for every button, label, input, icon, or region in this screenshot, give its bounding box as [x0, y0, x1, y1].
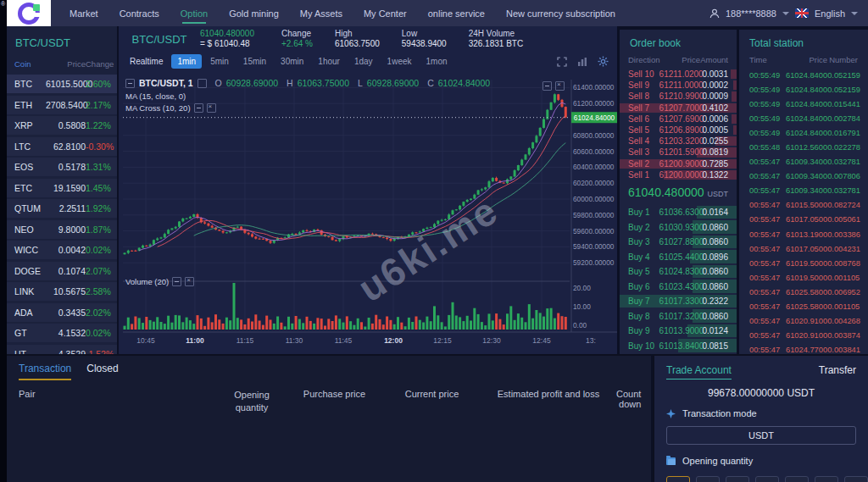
watchlist-row-ada[interactable]: ADA0.34352.02%	[7, 303, 117, 322]
nav-item-my-assets[interactable]: My Assets	[300, 1, 342, 26]
trade-row[interactable]: 00:55:4761009.34000.007806	[739, 169, 868, 184]
volume-close-icon[interactable]	[185, 277, 194, 286]
trade-row[interactable]: 00:55:4761017.05000.005061	[739, 213, 868, 227]
quantity-preset-button[interactable]	[726, 476, 749, 482]
snapshot-icon[interactable]	[198, 79, 207, 88]
timeframe-1week[interactable]: 1week	[381, 54, 418, 69]
watchlist-row-qtum[interactable]: QTUM2.25111.92%	[7, 199, 117, 218]
nav-item-online-service[interactable]: online service	[428, 1, 485, 26]
pane-close-icon[interactable]	[555, 81, 565, 91]
pane-maximize-icon[interactable]	[542, 81, 552, 91]
quantity-preset-button[interactable]	[815, 476, 838, 482]
quantity-preset-button[interactable]	[844, 476, 868, 482]
nav-item-new-currency-subscription[interactable]: New currency subscription	[506, 1, 615, 26]
quantity-preset-button[interactable]	[785, 476, 809, 482]
trade-row[interactable]: 00:55:4961024.84000.052159	[739, 82, 868, 97]
nav-item-contracts[interactable]: Contracts	[120, 1, 159, 26]
quantity-preset-button[interactable]	[666, 476, 690, 482]
watchlist-row-ltc[interactable]: LTC62.8100-0.30%	[7, 137, 117, 156]
order-book-row-buy-8[interactable]: Buy 861017.32000.0860	[620, 308, 737, 324]
timeframe-1hour[interactable]: 1hour	[312, 54, 346, 69]
timeframe-5min[interactable]: 5min	[204, 54, 235, 69]
timeframe-15min[interactable]: 15min	[237, 54, 272, 69]
order-book-row-buy-3[interactable]: Buy 361027.88000.0860	[620, 235, 737, 250]
order-book-row-buy-10[interactable]: Buy 1061013.84000.0815	[620, 338, 737, 353]
timeframe-30min[interactable]: 30min	[275, 54, 309, 69]
volume-settings-icon[interactable]	[172, 277, 181, 286]
indicator-icon[interactable]	[577, 57, 587, 67]
user-menu-caret-icon[interactable]	[782, 12, 789, 15]
order-book-row-sell-3[interactable]: Sell 361201.59000.0819	[620, 147, 737, 158]
order-book-row-buy-1[interactable]: Buy 161036.63000.0164	[620, 205, 737, 220]
order-book-row-sell-2[interactable]: Sell 261200.90000.7285	[620, 158, 737, 169]
gear-icon[interactable]	[598, 56, 609, 67]
timeframe-realtime[interactable]: Realtime	[124, 54, 169, 69]
nav-item-my-center[interactable]: My Center	[364, 1, 407, 26]
transfer-link[interactable]: Transfer	[819, 364, 856, 376]
trade-row[interactable]: 00:55:4761025.58000.006952	[739, 285, 868, 299]
watchlist-row-eos[interactable]: EOS0.51781.31%	[7, 158, 117, 176]
watchlist-row-btc[interactable]: BTC61015.50002.60%	[7, 75, 117, 93]
chart-plot-area[interactable]: 61024.8400061400.0000061200.0000060800.0…	[119, 71, 617, 354]
order-book-row-buy-4[interactable]: Buy 461025.44000.0896	[620, 249, 737, 264]
watchlist-row-doge[interactable]: DOGE0.10742.07%	[7, 262, 117, 280]
order-book-row-sell-10[interactable]: Sell 1061211.02000.0031	[620, 69, 737, 80]
order-book-row-sell-1[interactable]: Sell 161200.00000.1322	[620, 169, 737, 180]
watchlist-row-gt[interactable]: GT4.15320.02%	[7, 324, 117, 342]
trade-row[interactable]: 00:55:4761009.34000.032781	[739, 155, 868, 169]
timeframe-1mon[interactable]: 1mon	[420, 54, 453, 69]
trade-row[interactable]: 00:55:4761009.34000.032781	[739, 184, 868, 198]
ma-settings-icon[interactable]	[194, 103, 203, 113]
nav-item-gold-mining[interactable]: Gold mining	[229, 1, 279, 26]
order-book-row-sell-6[interactable]: Sell 661207.69000.0006	[620, 114, 737, 125]
trade-row[interactable]: 00:55:4961024.84000.015441	[739, 97, 868, 111]
mode-select[interactable]: USDT	[666, 426, 856, 445]
tab-transaction[interactable]: Transaction	[19, 363, 71, 380]
watchlist-row-xrp[interactable]: XRP0.58081.22%	[7, 116, 117, 135]
trade-row[interactable]: 00:55:4761025.58000.001105	[739, 300, 868, 314]
order-book-row-buy-9[interactable]: Buy 961013.90000.0124	[620, 324, 737, 339]
ma-close-icon[interactable]	[207, 103, 216, 113]
brand-logo[interactable]	[7, 0, 51, 26]
order-book-row-sell-8[interactable]: Sell 861210.99000.0009	[620, 91, 737, 102]
trade-row[interactable]: 00:55:4761020.91000.003874	[739, 329, 868, 343]
order-book-row-sell-4[interactable]: Sell 461203.32000.0255	[620, 136, 737, 147]
watchlist-header-coin[interactable]: Coin	[14, 59, 46, 69]
quantity-preset-button[interactable]	[755, 476, 779, 482]
watchlist-row-neo[interactable]: NEO9.80001.87%	[7, 220, 117, 239]
watchlist-row-etc[interactable]: ETC19.15901.45%	[7, 179, 117, 197]
trade-row[interactable]: 00:55:4961024.84000.016791	[739, 125, 868, 140]
watchlist-header-price[interactable]: Price	[46, 59, 86, 69]
trade-row[interactable]: 00:55:4761015.50000.082724	[739, 198, 868, 213]
trade-row[interactable]: 00:55:4761020.91000.004268	[739, 314, 868, 329]
order-book-row-buy-2[interactable]: Buy 261030.93000.0860	[620, 219, 737, 235]
trade-row[interactable]: 00:55:4761024.77000.003841	[739, 343, 868, 354]
watchlist-row-link[interactable]: LINK10.56752.58%	[7, 282, 117, 301]
watchlist-row-ht[interactable]: HT4.3529-1.52%	[7, 345, 117, 355]
fullscreen-icon[interactable]	[557, 57, 567, 67]
watchlist-header-change[interactable]: Change	[86, 59, 109, 69]
nav-item-market[interactable]: Market	[70, 1, 98, 26]
order-book-row-sell-7[interactable]: Sell 761207.70000.4102	[620, 102, 737, 114]
trade-row[interactable]: 00:55:4761017.05000.004231	[739, 241, 868, 256]
collapse-icon[interactable]	[125, 79, 135, 88]
order-book-row-buy-5[interactable]: Buy 561024.83000.0860	[620, 264, 737, 280]
trade-row[interactable]: 00:55:4761019.50000.008768	[739, 256, 868, 270]
order-book-row-buy-6[interactable]: Buy 661023.43000.0860	[620, 279, 737, 294]
trade-row[interactable]: 00:55:4961024.84000.052159	[739, 68, 868, 82]
quantity-preset-button[interactable]	[696, 476, 720, 482]
nav-item-option[interactable]: Option	[181, 1, 208, 26]
timeframe-1min[interactable]: 1min	[171, 54, 202, 69]
order-book-row-buy-7[interactable]: Buy 761017.33000.2322	[620, 294, 737, 309]
trade-row[interactable]: 00:55:4861012.56000.022278	[739, 140, 868, 154]
order-book-row-sell-9[interactable]: Sell 961211.00000.0002	[620, 80, 737, 91]
language-selector[interactable]: English	[815, 8, 845, 19]
language-caret-icon[interactable]	[851, 12, 858, 15]
trade-row[interactable]: 00:55:4761019.50000.001105	[739, 270, 868, 285]
watchlist-row-wicc[interactable]: WICC0.00420.02%	[7, 241, 117, 259]
tab-closed[interactable]: Closed	[86, 363, 118, 380]
trade-account-title[interactable]: Trade Account	[666, 364, 732, 380]
order-book-row-sell-5[interactable]: Sell 561206.89000.0005	[620, 125, 737, 136]
trade-row[interactable]: 00:55:4961024.84000.002784	[739, 111, 868, 125]
user-phone[interactable]: 188****8888	[726, 8, 776, 19]
